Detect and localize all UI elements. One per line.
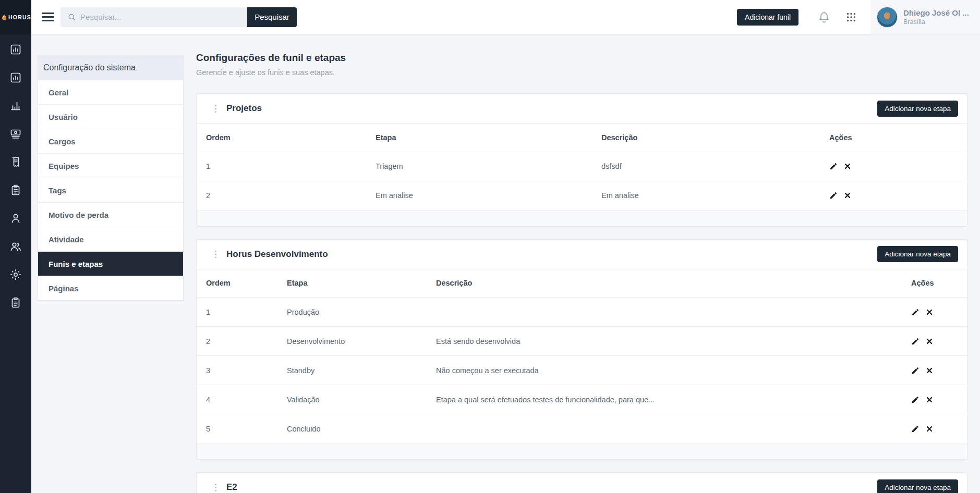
user-icon[interactable] — [9, 212, 22, 225]
dashboard-chart-2-icon[interactable] — [9, 71, 22, 84]
table-header-row: Ordem Etapa Descrição Ações — [197, 124, 967, 152]
user-menu[interactable]: Dhiego José Ol ... Brasília — [870, 0, 980, 34]
funnel-card-e2: ⋮ E2 Adicionar nova etapa — [196, 472, 967, 493]
settings-gear-icon[interactable] — [9, 268, 22, 281]
receipt-icon[interactable] — [9, 156, 22, 168]
funnel-title: E2 — [226, 482, 237, 492]
edit-stage-icon[interactable] — [911, 308, 919, 316]
funnel-title: Horus Desenvolvimento — [226, 249, 328, 260]
funnel-title: Projetos — [226, 103, 262, 114]
cell-descricao — [427, 298, 902, 327]
drag-handle-icon[interactable]: ⋮ — [211, 104, 220, 113]
add-stage-button[interactable]: Adicionar nova etapa — [877, 246, 958, 262]
add-stage-button[interactable]: Adicionar nova etapa — [877, 101, 958, 117]
cell-ordem: 5 — [197, 414, 277, 443]
notifications-bell-icon[interactable] — [817, 10, 831, 24]
edit-stage-icon[interactable] — [911, 425, 919, 433]
cell-descricao — [427, 414, 902, 443]
users-icon[interactable] — [9, 240, 22, 253]
delete-stage-icon[interactable] — [925, 396, 934, 404]
global-search: Pesquisar — [61, 7, 297, 27]
table-row: 3 Standby Não começou a ser executada — [197, 356, 967, 385]
sidebar-item-tags[interactable]: Tags — [38, 178, 183, 202]
edit-stage-icon[interactable] — [911, 366, 919, 375]
cell-descricao: Está sendo desenvolvida — [427, 327, 902, 356]
cell-etapa: Triagem — [366, 152, 592, 181]
clipboard-2-icon[interactable] — [9, 297, 22, 309]
delete-stage-icon[interactable] — [843, 162, 852, 170]
page-subtitle: Gerencie e ajuste os funis e suas etapas… — [196, 68, 967, 77]
sidebar-item-geral[interactable]: Geral — [38, 80, 183, 104]
add-stage-button[interactable]: Adicionar nova etapa — [877, 479, 958, 493]
cash-icon[interactable] — [9, 128, 22, 140]
user-name: Dhiego José Ol ... — [903, 8, 969, 17]
delete-stage-icon[interactable] — [925, 308, 934, 316]
card-footer — [197, 210, 967, 226]
sidebar-item-usuario[interactable]: Usuário — [38, 104, 183, 129]
sidebar-item-cargos[interactable]: Cargos — [38, 129, 183, 153]
card-footer — [197, 443, 967, 459]
cell-etapa: Concluido — [277, 414, 427, 443]
edit-stage-icon[interactable] — [829, 162, 838, 170]
cell-ordem: 1 — [197, 298, 277, 327]
menu-toggle-icon[interactable] — [42, 13, 54, 21]
settings-sidebar-title: Configuração do sistema — [38, 55, 183, 80]
search-input[interactable] — [61, 7, 247, 27]
col-descricao: Descrição — [592, 124, 820, 152]
col-descricao: Descrição — [427, 269, 902, 298]
dashboard-chart-icon[interactable] — [9, 43, 22, 56]
edit-stage-icon[interactable] — [829, 191, 838, 200]
col-etapa: Etapa — [366, 124, 592, 152]
delete-stage-icon[interactable] — [925, 337, 934, 346]
delete-stage-icon[interactable] — [843, 191, 852, 200]
cell-etapa: Desenvolvimento — [277, 327, 427, 356]
page-title: Configurações de funil e etapas — [196, 52, 967, 64]
cell-ordem: 2 — [197, 181, 366, 210]
col-ordem: Ordem — [197, 124, 366, 152]
drag-handle-icon[interactable]: ⋮ — [211, 483, 220, 492]
search-button[interactable]: Pesquisar — [247, 7, 297, 27]
horus-logo-icon — [2, 13, 7, 22]
stages-table: Ordem Etapa Descrição Ações 1 Triagem ds… — [197, 124, 967, 210]
edit-stage-icon[interactable] — [911, 337, 919, 346]
table-row: 1 Triagem dsfsdf — [197, 152, 967, 181]
cell-descricao: dsfsdf — [592, 152, 820, 181]
delete-stage-icon[interactable] — [925, 425, 934, 433]
main-content: Configurações de funil e etapas Gerencie… — [196, 52, 967, 493]
sidebar-item-funis-e-etapas[interactable]: Funis e etapas — [38, 251, 183, 276]
funnel-card-projetos: ⋮ Projetos Adicionar nova etapa Ordem Et… — [196, 93, 967, 227]
cell-descricao: Etapa a qual será efetuados testes de fu… — [427, 385, 902, 414]
sidebar-item-atividade[interactable]: Atividade — [38, 227, 183, 251]
table-row: 2 Em analise Em analise — [197, 181, 967, 210]
clipboard-icon[interactable] — [9, 184, 22, 196]
edit-stage-icon[interactable] — [911, 396, 919, 404]
sidebar-item-motivo-de-perda[interactable]: Motivo de perda — [38, 202, 183, 227]
col-acoes: Ações — [902, 269, 967, 298]
cell-etapa: Em analise — [366, 181, 592, 210]
topbar: Pesquisar Adicionar funil Dhiego José Ol… — [31, 0, 980, 34]
col-ordem: Ordem — [197, 269, 277, 298]
table-row: 5 Concluido — [197, 414, 967, 443]
cell-ordem: 1 — [197, 152, 366, 181]
cell-ordem: 4 — [197, 385, 277, 414]
avatar — [877, 7, 898, 28]
cell-ordem: 2 — [197, 327, 277, 356]
bar-chart-icon[interactable] — [9, 100, 22, 112]
icon-rail: HORUS — [0, 0, 31, 493]
cell-descricao: Não começou a ser executada — [427, 356, 902, 385]
add-funnel-button[interactable]: Adicionar funil — [737, 9, 798, 26]
cell-etapa: Produção — [277, 298, 427, 327]
drag-handle-icon[interactable]: ⋮ — [211, 250, 220, 258]
search-icon — [67, 13, 77, 22]
apps-grid-icon[interactable] — [845, 11, 857, 23]
cell-descricao: Em analise — [592, 181, 820, 210]
sidebar-item-paginas[interactable]: Páginas — [38, 276, 183, 300]
funnel-card-horus-desenvolvimento: ⋮ Horus Desenvolvimento Adicionar nova e… — [196, 239, 967, 460]
logo-text: HORUS — [8, 14, 31, 20]
delete-stage-icon[interactable] — [925, 366, 934, 375]
logo[interactable]: HORUS — [0, 0, 31, 34]
col-acoes: Ações — [820, 124, 967, 152]
table-row: 1 Produção — [197, 298, 967, 327]
sidebar-item-equipes[interactable]: Equipes — [38, 153, 183, 178]
cell-etapa: Validação — [277, 385, 427, 414]
